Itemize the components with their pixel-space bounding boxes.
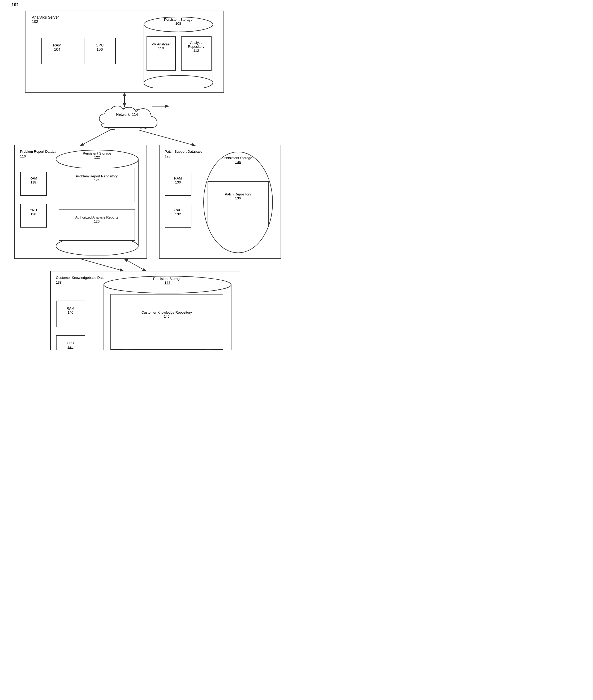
- cpu-106-label: CPU: [84, 43, 115, 47]
- ps-134-number: 134: [235, 160, 241, 164]
- patch-repo-136-label: Patch Repository: [208, 192, 268, 196]
- ram-118-number: 118: [21, 180, 46, 184]
- analytics-server-label: Analytics Server 102: [32, 15, 59, 24]
- ram-140-label: RAM: [56, 306, 85, 310]
- patch-repo-136-box: Patch Repository 136: [207, 181, 269, 226]
- problem-report-db-box: Problem Report Database 116 RAM 118 CPU …: [14, 145, 147, 259]
- pr-db-number: 116: [20, 154, 26, 158]
- pr-repo-124-box: Problem Report Repository 124: [59, 168, 135, 202]
- persistent-storage-122: Persistent Storage 122 Problem Report Re…: [53, 149, 141, 256]
- pr-analyzer-label: PR Analyzer: [147, 42, 175, 46]
- cpu-132-number: 132: [165, 212, 191, 216]
- cpu-142-number: 142: [56, 345, 85, 349]
- pr-repo-124-label: Problem Report Repository: [59, 174, 134, 178]
- analytics-server-box: Analytics Server 102 RAM 104 CPU 106: [25, 11, 224, 93]
- pr-analyzer-110-box: PR Analyzer 110: [147, 36, 176, 71]
- network-label: Network: [116, 112, 129, 117]
- customer-kb-db-box: Customer Knowledgebase Database 138 RAM …: [50, 271, 241, 350]
- cpu-120-number: 120: [21, 212, 46, 216]
- patch-db-label: Patch Support Database: [165, 150, 202, 154]
- analytic-repo-number: 112: [182, 49, 211, 52]
- analytic-repo-112-box: Analytic Repository 112: [181, 36, 211, 71]
- ram-118-label: RAM: [21, 176, 46, 180]
- persistent-storage-108: Persistent Storage 108 PR Analyzer 110 A…: [141, 16, 215, 88]
- patch-repo-136-number: 136: [208, 196, 268, 200]
- ram-118-box: RAM 118: [20, 172, 47, 196]
- analytic-repo-label: Analytic Repository: [182, 41, 211, 49]
- cpu-142-label: CPU: [56, 341, 85, 345]
- network-cloud: Network 114: [96, 105, 158, 131]
- cpu-120-label: CPU: [21, 208, 46, 212]
- ram-104-number: 104: [42, 47, 73, 51]
- ram-140-number: 140: [56, 310, 85, 314]
- ps-122-label: Persistent Storage: [83, 151, 111, 155]
- persistent-storage-134: Persistent Storage 134 Patch Repository …: [201, 149, 275, 256]
- cpu-132-label: CPU: [165, 208, 191, 212]
- svg-line-25: [81, 130, 110, 146]
- ps-122-number: 122: [94, 155, 100, 159]
- svg-line-28: [81, 259, 123, 271]
- patch-db-number: 128: [165, 154, 171, 158]
- customer-kb-number: 138: [56, 280, 62, 284]
- diagram-title: 102: [12, 3, 19, 7]
- svg-line-26: [139, 130, 195, 146]
- pr-repo-124-number: 124: [59, 178, 134, 182]
- svg-line-29: [124, 259, 146, 271]
- customer-knowledge-repo-number: 146: [111, 314, 223, 318]
- cpu-132-box: CPU 132: [165, 204, 191, 228]
- patch-support-db-box: Patch Support Database 128 RAM 130 CPU 1…: [159, 145, 281, 259]
- ps-108-label: Persistent Storage: [164, 17, 192, 22]
- persistent-storage-144: Persistent Storage 144 Customer Knowledg…: [101, 275, 234, 350]
- ps-144-label: Persistent Storage: [153, 277, 182, 281]
- cpu-106-number: 106: [84, 47, 115, 51]
- ps-144-number: 144: [165, 281, 170, 285]
- ps-134-label: Persistent Storage: [224, 156, 252, 160]
- ram-104-box: RAM 104: [41, 38, 73, 64]
- customer-knowledge-repo-label: Customer Knowledge Repository: [111, 310, 223, 314]
- cpu-142-box: CPU 142: [56, 335, 85, 350]
- cpu-106-box: CPU 106: [84, 38, 116, 64]
- customer-knowledge-repo-146-box: Customer Knowledge Repository 146: [110, 294, 223, 350]
- auth-analysis-126-number: 126: [59, 219, 134, 223]
- ps-108-number: 108: [175, 22, 181, 26]
- auth-analysis-126-box: Authorized Analysis Reports 126: [59, 209, 135, 241]
- cpu-120-box: CPU 120: [20, 204, 47, 228]
- auth-analysis-126-label: Authorized Analysis Reports: [59, 216, 134, 219]
- ram-130-box: RAM 130: [165, 172, 191, 196]
- ram-104-label: RAM: [42, 43, 73, 47]
- pr-analyzer-number: 110: [147, 46, 175, 50]
- ram-140-box: RAM 140: [56, 301, 85, 327]
- ram-130-number: 130: [165, 180, 191, 184]
- svg-rect-4: [144, 75, 212, 83]
- network-number: 114: [132, 112, 138, 117]
- ram-130-label: RAM: [165, 176, 191, 180]
